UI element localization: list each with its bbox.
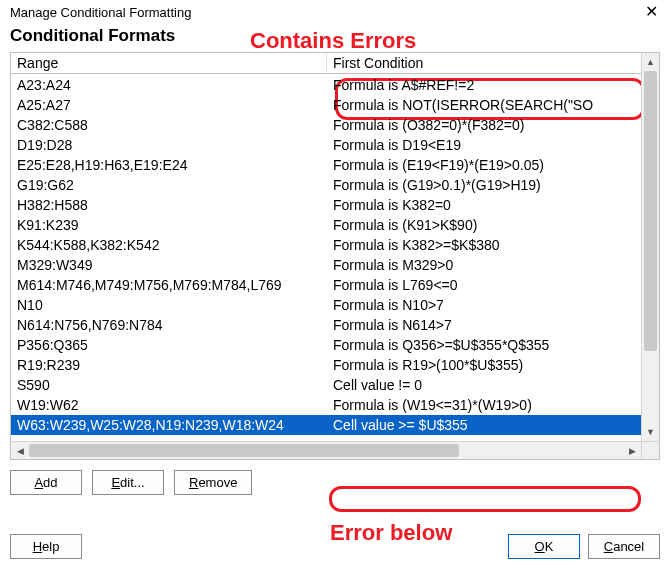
scrollbar-corner <box>641 441 659 459</box>
cell-range: S590 <box>11 375 327 395</box>
scroll-left-icon[interactable]: ◀ <box>11 442 29 460</box>
cell-range: M614:M746,M749:M756,M769:M784,L769 <box>11 275 327 295</box>
add-button[interactable]: Add <box>10 470 82 495</box>
cell-first-condition: Formula is (E19<F19)*(E19>0.05) <box>327 155 641 175</box>
btn-text: dit... <box>120 475 145 490</box>
table-row[interactable]: M614:M746,M749:M756,M769:M784,L769Formul… <box>11 275 641 295</box>
btn-accel: H <box>33 539 42 554</box>
cell-first-condition: Formula is D19<E19 <box>327 135 641 155</box>
btn-text: K <box>545 539 554 554</box>
ok-button[interactable]: OK <box>508 534 580 559</box>
cell-range: H382:H588 <box>11 195 327 215</box>
cell-range: N10 <box>11 295 327 315</box>
table-row[interactable]: G19:G62Formula is (G19>0.1)*(G19>H19) <box>11 175 641 195</box>
table-row[interactable]: D19:D28Formula is D19<E19 <box>11 135 641 155</box>
dialog-titlebar: Manage Conditional Formatting ✕ <box>0 0 670 22</box>
btn-accel: R <box>189 475 198 490</box>
conditional-formats-grid: Range First Condition A23:A24Formula is … <box>10 52 660 460</box>
cancel-button[interactable]: Cancel <box>588 534 660 559</box>
cell-first-condition: Formula is K382>=$K$380 <box>327 235 641 255</box>
vscroll-thumb[interactable] <box>644 71 657 351</box>
btn-text: elp <box>42 539 59 554</box>
grid-header: Range First Condition <box>11 53 659 74</box>
cell-first-condition: Formula is Q356>=$U$355*Q$355 <box>327 335 641 355</box>
cell-range: K544:K588,K382:K542 <box>11 235 327 255</box>
scroll-up-icon[interactable]: ▲ <box>642 53 659 71</box>
cell-range: K91:K239 <box>11 215 327 235</box>
cell-first-condition: Formula is M329>0 <box>327 255 641 275</box>
cell-first-condition: Formula is (G19>0.1)*(G19>H19) <box>327 175 641 195</box>
btn-accel: C <box>604 539 613 554</box>
cell-first-condition: Formula is A$#REF!=2 <box>327 75 641 95</box>
table-row[interactable]: M329:W349Formula is M329>0 <box>11 255 641 275</box>
cell-first-condition: Formula is N10>7 <box>327 295 641 315</box>
cell-range: C382:C588 <box>11 115 327 135</box>
cell-range: E25:E28,H19:H63,E19:E24 <box>11 155 327 175</box>
table-row[interactable]: S590Cell value != 0 <box>11 375 641 395</box>
btn-accel: O <box>535 539 545 554</box>
cell-first-condition: Formula is NOT(ISERROR(SEARCH("SO <box>327 95 641 115</box>
btn-accel: E <box>111 475 120 490</box>
cell-first-condition: Formula is (O382=0)*(F382=0) <box>327 115 641 135</box>
table-row[interactable]: A25:A27Formula is NOT(ISERROR(SEARCH("SO <box>11 95 641 115</box>
table-row[interactable]: N614:N756,N769:N784Formula is N614>7 <box>11 315 641 335</box>
cell-range: N614:N756,N769:N784 <box>11 315 327 335</box>
action-buttons-row: Add Edit... Remove <box>10 470 660 495</box>
cell-range: A25:A27 <box>11 95 327 115</box>
cell-range: D19:D28 <box>11 135 327 155</box>
cell-first-condition: Cell value >= $U$355 <box>327 415 641 435</box>
close-icon[interactable]: ✕ <box>641 4 662 20</box>
dialog-title: Manage Conditional Formatting <box>10 5 191 20</box>
cell-range: M329:W349 <box>11 255 327 275</box>
cell-range: G19:G62 <box>11 175 327 195</box>
table-row[interactable]: N10Formula is N10>7 <box>11 295 641 315</box>
cell-first-condition: Formula is L769<=0 <box>327 275 641 295</box>
scroll-right-icon[interactable]: ▶ <box>623 442 641 460</box>
table-row[interactable]: K544:K588,K382:K542Formula is K382>=$K$3… <box>11 235 641 255</box>
cell-range: P356:Q365 <box>11 335 327 355</box>
vertical-scrollbar[interactable]: ▲ ▼ <box>641 53 659 441</box>
table-row[interactable]: A23:A24Formula is A$#REF!=2 <box>11 75 641 95</box>
cell-range: W63:W239,W25:W28,N19:N239,W18:W24 <box>11 415 327 435</box>
cell-range: W19:W62 <box>11 395 327 415</box>
dialog-ok-cancel: OK Cancel <box>508 534 660 559</box>
btn-text: emove <box>198 475 237 490</box>
cell-first-condition: Formula is (K91>K$90) <box>327 215 641 235</box>
dialog-bottom-row: Help OK Cancel <box>10 534 660 559</box>
remove-button[interactable]: Remove <box>174 470 252 495</box>
cell-first-condition: Formula is R19>(100*$U$355) <box>327 355 641 375</box>
hscroll-track[interactable] <box>29 442 623 459</box>
help-button[interactable]: Help <box>10 534 82 559</box>
table-row[interactable]: P356:Q365Formula is Q356>=$U$355*Q$355 <box>11 335 641 355</box>
column-header-range[interactable]: Range <box>11 53 327 73</box>
cell-first-condition: Formula is (W19<=31)*(W19>0) <box>327 395 641 415</box>
cell-first-condition: Formula is N614>7 <box>327 315 641 335</box>
hscroll-thumb[interactable] <box>29 444 459 457</box>
table-row[interactable]: W63:W239,W25:W28,N19:N239,W18:W24Cell va… <box>11 415 641 435</box>
btn-text: ancel <box>613 539 644 554</box>
cell-first-condition: Cell value != 0 <box>327 375 641 395</box>
table-row[interactable]: K91:K239Formula is (K91>K$90) <box>11 215 641 235</box>
scroll-down-icon[interactable]: ▼ <box>642 423 659 441</box>
edit-button[interactable]: Edit... <box>92 470 164 495</box>
table-row[interactable]: R19:R239Formula is R19>(100*$U$355) <box>11 355 641 375</box>
btn-text: dd <box>43 475 57 490</box>
vscroll-track[interactable] <box>642 71 659 423</box>
btn-accel: A <box>34 475 43 490</box>
column-header-first-condition[interactable]: First Condition <box>327 53 659 73</box>
table-row[interactable]: E25:E28,H19:H63,E19:E24Formula is (E19<F… <box>11 155 641 175</box>
cell-first-condition: Formula is K382=0 <box>327 195 641 215</box>
horizontal-scrollbar[interactable]: ◀ ▶ <box>11 441 641 459</box>
cell-range: R19:R239 <box>11 355 327 375</box>
grid-body: A23:A24Formula is A$#REF!=2A25:A27Formul… <box>11 75 641 441</box>
table-row[interactable]: W19:W62Formula is (W19<=31)*(W19>0) <box>11 395 641 415</box>
cell-range: A23:A24 <box>11 75 327 95</box>
table-row[interactable]: C382:C588Formula is (O382=0)*(F382=0) <box>11 115 641 135</box>
table-row[interactable]: H382:H588Formula is K382=0 <box>11 195 641 215</box>
section-title: Conditional Formats <box>0 22 670 52</box>
